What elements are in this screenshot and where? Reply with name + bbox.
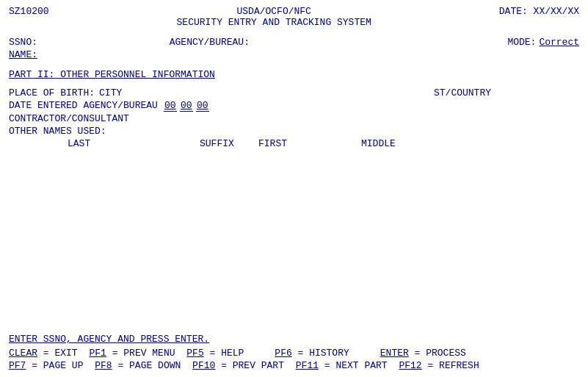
key-row-2: PF7 = PAGE UP PF8 = PAGE DOWN PF10 = PRE…	[9, 360, 579, 371]
pf12-label[interactable]: PF12	[399, 360, 421, 371]
pf11-desc: = NEXT PART	[324, 360, 388, 371]
pf7-key: PF7 = PAGE UP	[9, 360, 83, 371]
pf1-label[interactable]: PF1	[89, 348, 106, 359]
city-label: CITY	[99, 87, 122, 98]
contractor-label: CONTRACTOR/CONSULTANT	[9, 113, 129, 124]
enter-desc: = PROCESS	[415, 348, 466, 359]
status-text: ENTER SSNO, AGENCY AND PRESS ENTER.	[9, 334, 209, 345]
mode-value: Correct	[539, 37, 579, 48]
enter-key: ENTER = PROCESS	[380, 348, 466, 359]
date-dd[interactable]: 00	[180, 100, 193, 112]
other-names-row: OTHER NAMES USED:	[9, 126, 579, 137]
pf8-key: PF8 = PAGE DOWN	[95, 360, 181, 371]
pf10-label[interactable]: PF10	[192, 360, 215, 371]
pf5-desc: = HELP	[210, 348, 244, 359]
place-of-birth-label: PLACE OF BIRTH:	[9, 87, 95, 98]
pf11-key: PF11 = NEXT PART	[296, 360, 388, 371]
pf1-desc: = PREV MENU	[112, 348, 175, 359]
date-field: DATE: XX/XX/XX	[499, 6, 579, 28]
pf12-desc: = REFRESH	[427, 360, 479, 371]
title-line2: SECURITY ENTRY AND TRACKING SYSTEM	[49, 17, 499, 28]
clear-desc: = EXIT	[43, 348, 78, 359]
header: SZ10200 USDA/OCFO/NFC SECURITY ENTRY AND…	[9, 6, 579, 28]
clear-key: CLEAR = EXIT	[9, 348, 78, 359]
date-entered-row: DATE ENTERED AGENCY/BUREAU 00 00 00	[9, 100, 579, 112]
mode-label: MODE:	[507, 37, 536, 48]
contractor-row: CONTRACTOR/CONSULTANT	[9, 113, 579, 124]
key-row-1: CLEAR = EXIT PF1 = PREV MENU PF5 = HELP …	[9, 348, 579, 359]
pf11-label[interactable]: PF11	[296, 360, 319, 371]
date-entered-label: DATE ENTERED AGENCY/BUREAU	[9, 100, 158, 111]
pf6-desc: = HISTORY	[298, 348, 349, 359]
date-yy[interactable]: 00	[196, 100, 209, 112]
other-names-label: OTHER NAMES USED:	[9, 126, 106, 137]
name-columns: LAST SUFFIX FIRST MIDDLE	[9, 138, 579, 149]
name-label: NAME:	[9, 49, 37, 60]
bottom-section: ENTER SSNO, AGENCY AND PRESS ENTER. CLEA…	[9, 334, 579, 371]
agency-label: AGENCY/BUREAU:	[170, 37, 250, 48]
place-of-birth-row: PLACE OF BIRTH: CITY ST/COUNTRY	[9, 87, 579, 98]
name-row: NAME:	[9, 49, 579, 60]
ssno-row: SSNO: AGENCY/BUREAU: MODE: Correct	[9, 37, 579, 48]
pf8-label[interactable]: PF8	[95, 360, 112, 371]
part-label: PART II: OTHER PERSONNEL INFORMATION	[9, 69, 215, 80]
pf10-desc: = PREV PART	[221, 360, 284, 371]
part-heading: PART II: OTHER PERSONNEL INFORMATION	[9, 69, 579, 80]
pf12-key: PF12 = REFRESH	[399, 360, 479, 371]
pf5-label[interactable]: PF5	[186, 348, 203, 359]
date-mm[interactable]: 00	[164, 100, 177, 112]
date-fields: 00 00 00	[164, 100, 209, 112]
pf7-label[interactable]: PF7	[9, 360, 26, 371]
title-line1: USDA/OCFO/NFC	[49, 6, 499, 17]
pf10-key: PF10 = PREV PART	[192, 360, 284, 371]
enter-label[interactable]: ENTER	[380, 348, 409, 359]
clear-label[interactable]: CLEAR	[9, 348, 37, 359]
ssno-label: SSNO:	[9, 37, 37, 48]
pf5-key: PF5 = HELP	[186, 348, 244, 359]
pf8-desc: = PAGE DOWN	[117, 360, 181, 371]
pf6-key: PF6 = HISTORY	[275, 348, 349, 359]
pf1-key: PF1 = PREV MENU	[89, 348, 175, 359]
col-middle: MIDDLE	[361, 138, 396, 149]
col-first: FIRST	[258, 138, 361, 149]
system-title: USDA/OCFO/NFC SECURITY ENTRY AND TRACKIN…	[49, 6, 499, 28]
system-id: SZ10200	[9, 6, 49, 28]
col-suffix: SUFFIX	[200, 138, 258, 149]
col-last: LAST	[68, 138, 200, 149]
status-line: ENTER SSNO, AGENCY AND PRESS ENTER.	[9, 334, 579, 345]
pf7-desc: = PAGE UP	[32, 360, 83, 371]
pf6-label[interactable]: PF6	[275, 348, 291, 359]
st-country-label: ST/COUNTRY	[434, 87, 491, 98]
